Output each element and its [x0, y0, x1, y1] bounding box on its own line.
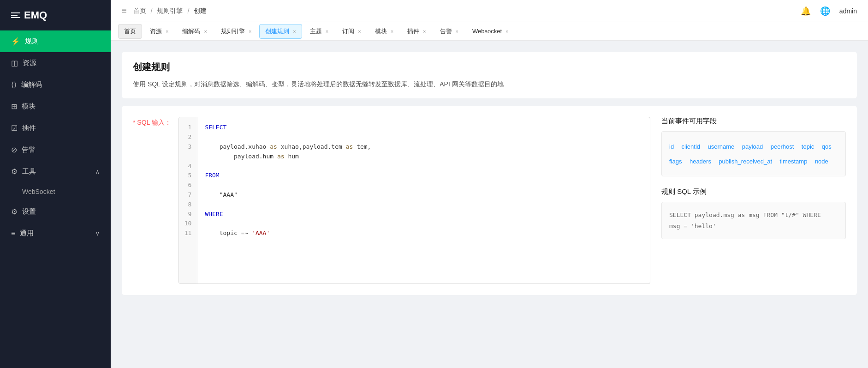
sidebar-item-resources-label: 资源	[23, 59, 36, 67]
field-headers[interactable]: headers	[690, 156, 711, 168]
field-payload[interactable]: payload	[742, 141, 763, 153]
tab-alert-label: 告警	[440, 27, 452, 36]
sidebar-item-settings[interactable]: ⚙ 设置	[0, 201, 111, 223]
rule-editor-section: * SQL 输入： 1 2 3 4 5 6 7 8	[122, 106, 857, 295]
rules-icon: ⚡	[11, 37, 20, 46]
sidebar-item-codec[interactable]: ⟨⟩ 编解码	[0, 74, 111, 96]
sidebar: EMQ ⚡ 规则 ◫ 资源 ⟨⟩ 编解码 ⊞ 模块 ☑ 插件 ⊘ 告警 ⚙ 工具	[0, 0, 111, 368]
tab-rule-engine-close[interactable]: ×	[249, 29, 251, 34]
sidebar-logo[interactable]: EMQ	[0, 0, 111, 30]
tab-codec[interactable]: 编解码 ×	[176, 24, 213, 39]
tab-alert[interactable]: 告警 ×	[434, 24, 464, 39]
sidebar-item-tools-label: 工具	[22, 167, 36, 176]
code-content-area[interactable]: 1 2 3 4 5 6 7 8 9 10 11	[179, 117, 650, 284]
sql-example-section: 规则 SQL 示例 SELECT payload.msg as msg FROM…	[661, 187, 846, 239]
tab-module-label: 模块	[375, 27, 387, 36]
sidebar-item-general-label: 通用	[20, 229, 34, 238]
field-qos[interactable]: qos	[822, 141, 832, 153]
sql-example-line1: SELECT payload.msg as msg FROM "t/#" WHE…	[669, 210, 838, 220]
tab-resources-label: 资源	[150, 27, 162, 36]
sql-example-title: 规则 SQL 示例	[661, 187, 846, 196]
tab-module-close[interactable]: ×	[391, 29, 393, 34]
tab-theme-close[interactable]: ×	[326, 29, 328, 34]
sql-code[interactable]: SELECT payload.xuhao as xuhao,payload.te…	[197, 117, 650, 284]
hamburger-icon[interactable]	[11, 12, 20, 18]
plugins-icon: ☑	[11, 124, 18, 133]
page-description: 使用 SQL 设定规则，对消息数据筛选、编解码、变型，灵活地将处理后的数据无缝转…	[133, 79, 846, 89]
tab-create-rule[interactable]: 创建规则 ×	[259, 24, 302, 39]
breadcrumb-parent[interactable]: 规则引擎	[157, 7, 183, 15]
available-fields-section: 当前事件可用字段 id clientid username payload pe…	[661, 117, 846, 176]
general-expand-icon: ∨	[95, 230, 100, 237]
tab-resources-close[interactable]: ×	[166, 29, 168, 34]
sidebar-item-alerts[interactable]: ⊘ 告警	[0, 139, 111, 161]
notification-icon[interactable]: 🔔	[801, 6, 811, 16]
tab-plugin-close[interactable]: ×	[423, 29, 426, 34]
field-node[interactable]: node	[815, 156, 828, 168]
tab-home[interactable]: 首页	[118, 24, 142, 39]
user-menu[interactable]: admin	[839, 7, 857, 15]
language-icon[interactable]: 🌐	[820, 6, 830, 16]
tab-codec-label: 编解码	[182, 27, 200, 36]
tab-rule-engine-label: 规则引擎	[221, 27, 245, 36]
field-username[interactable]: username	[708, 141, 735, 153]
tab-subscribe[interactable]: 订阅 ×	[336, 24, 367, 39]
tab-websocket-close[interactable]: ×	[505, 29, 508, 34]
sidebar-item-rules-label: 规则	[25, 37, 39, 46]
tab-theme-label: 主题	[310, 27, 322, 36]
tab-codec-close[interactable]: ×	[204, 29, 207, 34]
sql-input-label: * SQL 输入：	[133, 117, 171, 284]
main-content: ≡ 首页 / 规则引擎 / 创建 🔔 🌐 admin 首页 资源 × 编解码 ×…	[111, 0, 868, 368]
sidebar-item-resources[interactable]: ◫ 资源	[0, 52, 111, 74]
sql-example-box: SELECT payload.msg as msg FROM "t/#" WHE…	[661, 202, 846, 239]
tab-resources[interactable]: 资源 ×	[144, 24, 174, 39]
sidebar-item-modules[interactable]: ⊞ 模块	[0, 96, 111, 117]
tab-subscribe-label: 订阅	[342, 27, 354, 36]
tab-alert-close[interactable]: ×	[456, 29, 458, 34]
create-rule-header: 创建规则 使用 SQL 设定规则，对消息数据筛选、编解码、变型，灵活地将处理后的…	[122, 52, 857, 98]
field-peerhost[interactable]: peerhost	[771, 141, 794, 153]
field-timestamp[interactable]: timestamp	[779, 156, 807, 168]
sidebar-item-websocket[interactable]: WebSocket	[0, 182, 111, 201]
field-flags[interactable]: flags	[669, 156, 682, 168]
fields-container: id clientid username payload peerhost to…	[661, 131, 846, 176]
tab-subscribe-close[interactable]: ×	[358, 29, 361, 34]
tab-create-rule-close[interactable]: ×	[293, 29, 296, 34]
right-panel: 当前事件可用字段 id clientid username payload pe…	[661, 117, 846, 284]
field-id[interactable]: id	[669, 141, 674, 153]
tab-home-label: 首页	[124, 27, 136, 36]
codec-icon: ⟨⟩	[11, 80, 17, 89]
tools-expand-icon: ∧	[95, 169, 100, 175]
menu-toggle-icon[interactable]: ≡	[122, 6, 127, 16]
resources-icon: ◫	[11, 59, 18, 67]
tab-module[interactable]: 模块 ×	[369, 24, 399, 39]
tabs-bar: 首页 资源 × 编解码 × 规则引擎 × 创建规则 × 主题 × 订阅 × 模块…	[111, 22, 868, 41]
breadcrumb-sep1: /	[151, 7, 153, 15]
sidebar-item-modules-label: 模块	[22, 102, 36, 111]
sidebar-item-alerts-label: 告警	[22, 145, 36, 154]
field-topic[interactable]: topic	[802, 141, 814, 153]
sidebar-item-tools[interactable]: ⚙ 工具 ∧	[0, 161, 111, 182]
tab-plugin-label: 插件	[407, 27, 419, 36]
tab-websocket-label: Websocket	[472, 28, 502, 35]
tab-rule-engine[interactable]: 规则引擎 ×	[215, 24, 257, 39]
breadcrumb-home[interactable]: 首页	[133, 7, 146, 15]
tab-plugin[interactable]: 插件 ×	[401, 24, 432, 39]
field-clientid[interactable]: clientid	[682, 141, 700, 153]
page-content-area: 创建规则 使用 SQL 设定规则，对消息数据筛选、编解码、变型，灵活地将处理后的…	[111, 41, 868, 368]
tab-create-rule-label: 创建规则	[265, 27, 289, 36]
tools-icon: ⚙	[11, 167, 18, 176]
sidebar-item-plugins[interactable]: ☑ 插件	[0, 117, 111, 139]
page-title: 创建规则	[133, 61, 846, 73]
breadcrumb: ≡ 首页 / 规则引擎 / 创建	[122, 6, 207, 16]
sidebar-item-rules[interactable]: ⚡ 规则	[0, 30, 111, 52]
tab-websocket[interactable]: Websocket ×	[466, 24, 515, 38]
page-header-bar: ≡ 首页 / 规则引擎 / 创建 🔔 🌐 admin	[111, 0, 868, 22]
field-publish-received-at[interactable]: publish_received_at	[719, 156, 772, 168]
sidebar-item-general[interactable]: ≡ 通用 ∨	[0, 223, 111, 244]
tab-theme[interactable]: 主题 ×	[304, 24, 334, 39]
sidebar-item-codec-label: 编解码	[21, 80, 42, 89]
fields-title: 当前事件可用字段	[661, 117, 846, 126]
breadcrumb-sep2: /	[187, 7, 189, 15]
sql-editor[interactable]: 1 2 3 4 5 6 7 8 9 10 11	[178, 117, 650, 284]
